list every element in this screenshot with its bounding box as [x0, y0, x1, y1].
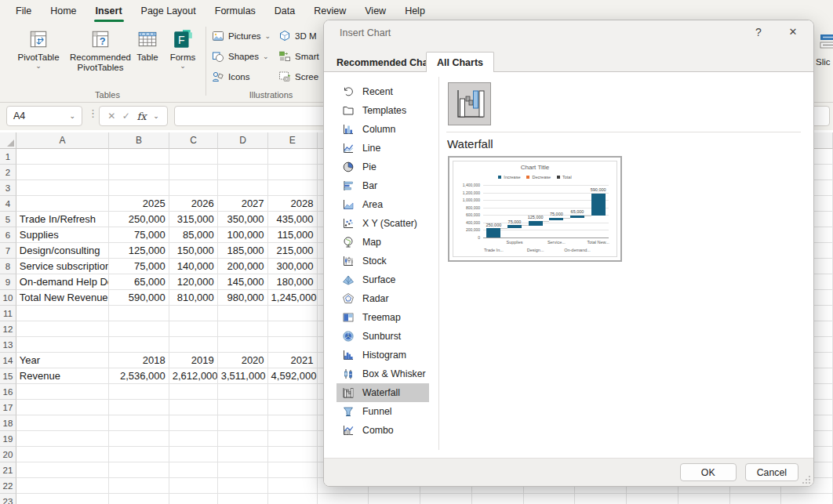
column-header-A[interactable]: A — [16, 132, 109, 149]
cell-D8[interactable]: 200,000 — [218, 259, 268, 274]
row-header-13[interactable]: 13 — [0, 337, 16, 353]
row-header-1[interactable]: 1 — [0, 149, 16, 165]
cell-D6[interactable]: 100,000 — [218, 227, 268, 243]
cell-A11[interactable] — [16, 306, 109, 321]
row-header-2[interactable]: 2 — [0, 165, 16, 180]
cell-D7[interactable]: 185,000 — [218, 243, 268, 259]
row-header-10[interactable]: 10 — [0, 290, 16, 306]
formula-bar-handle[interactable]: ⋮ — [88, 107, 98, 119]
cell-D5[interactable]: 350,000 — [218, 212, 268, 227]
chart-type-pie[interactable]: Pie — [336, 158, 429, 176]
cell-B16[interactable] — [109, 384, 169, 400]
cell-C19[interactable] — [169, 431, 218, 447]
cell-A7[interactable]: Design/consulting — [16, 243, 109, 259]
cell-C18[interactable] — [169, 415, 218, 431]
cell-C1[interactable] — [169, 149, 218, 165]
cell-A4[interactable] — [16, 196, 109, 212]
cell-E14[interactable]: 2021 — [268, 353, 318, 368]
chart-type-stock[interactable]: Stock — [336, 252, 429, 270]
cell-B20[interactable] — [109, 447, 169, 462]
cell-C2[interactable] — [169, 165, 218, 180]
help-icon[interactable]: ? — [749, 26, 768, 38]
cell-D21[interactable] — [218, 462, 268, 478]
close-icon[interactable]: ✕ — [784, 26, 802, 38]
chart-type-x-y-scatter[interactable]: X Y (Scatter) — [336, 214, 429, 233]
cell-A8[interactable]: Service subscription — [16, 259, 109, 274]
cell-A5[interactable]: Trade In/Refresh — [16, 212, 109, 227]
cell-C15[interactable]: 2,612,000 — [169, 368, 218, 384]
cell-C9[interactable]: 120,000 — [169, 274, 218, 290]
cell-D22[interactable] — [218, 478, 268, 494]
cell-A6[interactable]: Supplies — [16, 227, 109, 243]
chart-type-treemap[interactable]: Treemap — [336, 308, 429, 327]
cell-F23[interactable] — [318, 494, 369, 504]
shapes-button[interactable]: Shapes ⌄ — [212, 50, 269, 63]
cell-C3[interactable] — [169, 180, 218, 196]
cell-C6[interactable]: 85,000 — [169, 227, 218, 243]
row-header-16[interactable]: 16 — [0, 384, 16, 400]
recommended-pivottables-button[interactable]: ? Recommended PivotTables — [64, 25, 136, 73]
chart-preview-frame[interactable]: Chart TitleIncreaseDecreaseTotal0200,000… — [448, 156, 622, 262]
cell-A1[interactable] — [16, 149, 109, 165]
insert-function-icon[interactable]: fx — [136, 111, 146, 122]
cell-C8[interactable]: 140,000 — [169, 259, 218, 274]
cell-N23[interactable] — [730, 494, 782, 504]
cell-B5[interactable]: 250,000 — [109, 212, 169, 227]
cell-B6[interactable]: 75,000 — [109, 227, 169, 243]
confirm-entry-icon[interactable]: ✓ — [122, 111, 130, 121]
row-header-12[interactable]: 12 — [0, 321, 16, 337]
cell-C20[interactable] — [169, 447, 218, 462]
column-header-D[interactable]: D — [218, 132, 268, 149]
row-header-20[interactable]: 20 — [0, 447, 16, 462]
row-header-9[interactable]: 9 — [0, 274, 16, 290]
select-all-corner[interactable] — [0, 132, 16, 149]
slicer-button[interactable]: Slic — [814, 25, 833, 67]
screenshot-button[interactable]: Scree — [278, 71, 318, 83]
cell-D17[interactable] — [218, 400, 268, 415]
chevron-down-icon[interactable]: ⌄ — [153, 113, 159, 119]
column-header-C[interactable]: C — [169, 132, 218, 149]
column-header-B[interactable]: B — [109, 132, 169, 149]
chart-type-radar[interactable]: Radar — [336, 289, 429, 308]
resize-grip[interactable] — [802, 475, 811, 484]
cell-B8[interactable]: 75,000 — [109, 259, 169, 274]
cell-O23[interactable] — [781, 494, 833, 504]
cell-C7[interactable]: 150,000 — [169, 243, 218, 259]
row-header-3[interactable]: 3 — [0, 180, 16, 196]
cell-E6[interactable]: 115,000 — [268, 227, 318, 243]
cell-A9[interactable]: On-demand Help De — [16, 274, 109, 290]
cell-B22[interactable] — [109, 478, 169, 494]
pictures-button[interactable]: Pictures ⌄ — [212, 30, 271, 42]
row-header-7[interactable]: 7 — [0, 243, 16, 259]
cell-A13[interactable] — [16, 337, 109, 353]
row-header-11[interactable]: 11 — [0, 306, 16, 321]
cell-E20[interactable] — [268, 447, 318, 462]
ribbon-tab-home[interactable]: Home — [41, 0, 85, 22]
cell-B3[interactable] — [109, 180, 169, 196]
cell-J23[interactable] — [524, 494, 576, 504]
cell-B10[interactable]: 590,000 — [109, 290, 169, 306]
cell-E9[interactable]: 180,000 — [268, 274, 318, 290]
row-header-6[interactable]: 6 — [0, 227, 16, 243]
cell-B2[interactable] — [109, 165, 169, 180]
chart-type-sunburst[interactable]: Sunburst — [336, 327, 429, 346]
chart-type-combo[interactable]: Combo — [336, 421, 429, 440]
ok-button[interactable]: OK — [680, 463, 737, 481]
cell-E7[interactable]: 215,000 — [268, 243, 318, 259]
cell-E15[interactable]: 4,592,000 — [268, 368, 318, 384]
chart-type-line[interactable]: Line — [336, 139, 429, 158]
cell-B11[interactable] — [109, 306, 169, 321]
cell-C22[interactable] — [169, 478, 218, 494]
row-header-4[interactable]: 4 — [0, 196, 16, 212]
cell-D18[interactable] — [218, 415, 268, 431]
ribbon-tab-help[interactable]: Help — [395, 0, 435, 22]
cell-A23[interactable] — [16, 494, 109, 504]
cell-A10[interactable]: Total New Revenue — [16, 290, 109, 306]
cell-D15[interactable]: 3,511,000 — [218, 368, 268, 384]
cell-D20[interactable] — [218, 447, 268, 462]
chart-type-box-whisker[interactable]: Box & Whisker — [336, 364, 429, 383]
cell-A22[interactable] — [16, 478, 109, 494]
cell-B13[interactable] — [109, 337, 169, 353]
row-header-19[interactable]: 19 — [0, 431, 16, 447]
row-header-23[interactable]: 23 — [0, 494, 16, 504]
